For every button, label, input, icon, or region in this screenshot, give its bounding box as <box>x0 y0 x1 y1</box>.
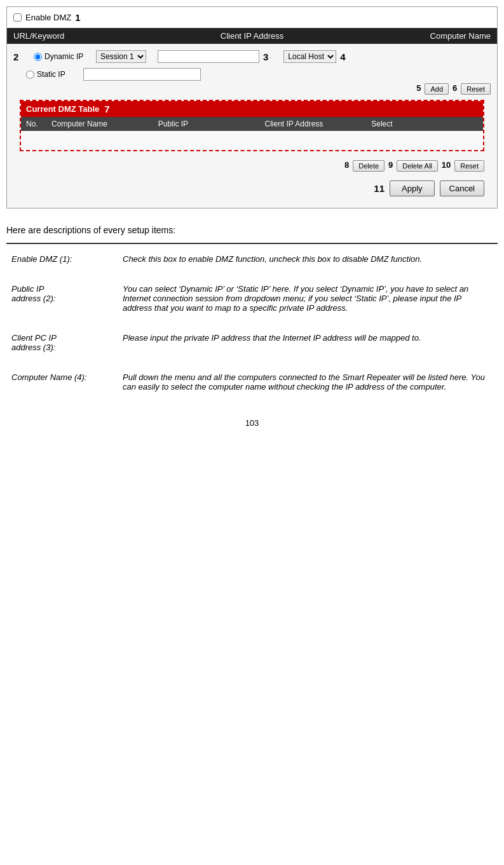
bottom-action-row: 11 Apply Cancel <box>13 175 491 201</box>
static-ip-radio[interactable] <box>26 71 34 79</box>
dmz-col-no: No. <box>26 119 51 128</box>
delete-num: 8 <box>344 160 349 172</box>
form-body: 2 Dynamic IP Session 1 Session 2 Session… <box>7 44 497 208</box>
static-ip-label[interactable]: Static IP <box>26 70 83 79</box>
dmz-table-header: Current DMZ Table 7 <box>21 101 483 117</box>
dmz-col-headers: No. Computer Name Public IP Client IP Ad… <box>21 117 483 131</box>
table-header-row: URL/Keyword Client IP Address Computer N… <box>7 28 497 44</box>
desc-item-1: Enable DMZ (1): Check this box to enable… <box>6 252 498 271</box>
enable-dmz-label: Enable DMZ <box>25 13 71 22</box>
desc-def-2: You can select ‘Dynamic IP’ or ‘Static I… <box>118 282 498 320</box>
section-num-2: 2 <box>13 51 26 62</box>
reset-button-1[interactable]: Reset <box>461 83 491 95</box>
delete-all-num: 9 <box>388 160 393 172</box>
static-ip-input[interactable] <box>83 68 201 81</box>
computer-name-select[interactable]: Local Host Other <box>283 50 336 63</box>
desc-divider <box>6 243 498 244</box>
enable-dmz-num: 1 <box>75 12 80 23</box>
reset-num-1: 6 <box>453 83 457 95</box>
enable-dmz-row: Enable DMZ 1 <box>7 7 497 28</box>
client-ip-input[interactable] <box>158 50 259 63</box>
add-reset-row: 5 Add 6 Reset <box>13 83 491 95</box>
header-url: URL/Keyword <box>13 31 172 41</box>
desc-def-1: Check this box to enable DMZ function, u… <box>118 252 498 271</box>
desc-def-4: Pull down the menu and all the computers… <box>118 370 498 399</box>
page-number: 103 <box>6 418 498 428</box>
reset-button-2[interactable]: Reset <box>454 160 484 172</box>
dmz-col-select: Select <box>371 119 478 128</box>
desc-term-3: Client PC IP address (3): <box>6 330 118 360</box>
desc-term-2: Public IP address (2): <box>6 282 118 320</box>
dmz-table-title: Current DMZ Table <box>26 104 99 114</box>
reset-num-2: 10 <box>442 160 451 172</box>
session-select[interactable]: Session 1 Session 2 Session 3 <box>96 50 146 63</box>
dynamic-ip-label[interactable]: Dynamic IP <box>34 52 91 61</box>
computer-name-num: 4 <box>340 51 345 62</box>
dmz-table-num: 7 <box>104 104 109 114</box>
dmz-form: Enable DMZ 1 URL/Keyword Client IP Addre… <box>6 6 498 208</box>
delete-all-button[interactable]: Delete All <box>397 160 437 172</box>
dmz-col-public-ip: Public IP <box>158 119 265 128</box>
client-ip-num: 3 <box>263 51 268 62</box>
add-num: 5 <box>416 83 421 95</box>
dynamic-ip-radio[interactable] <box>34 53 42 61</box>
delete-button[interactable]: Delete <box>353 160 385 172</box>
add-button[interactable]: Add <box>425 83 449 95</box>
desc-table: Enable DMZ (1): Check this box to enable… <box>6 252 498 399</box>
desc-item-4: Computer Name (4): Pull down the menu an… <box>6 370 498 399</box>
dmz-col-client-ip: Client IP Address <box>265 119 372 128</box>
desc-item-3: Client PC IP address (3): Please input t… <box>6 330 498 360</box>
desc-def-3: Please input the private IP address that… <box>118 330 498 360</box>
dmz-table-section: Current DMZ Table 7 No. Computer Name Pu… <box>20 100 484 151</box>
enable-dmz-checkbox[interactable] <box>13 13 22 22</box>
static-ip-row: Static IP <box>13 68 491 81</box>
dmz-table-body <box>21 131 483 150</box>
header-client-ip: Client IP Address <box>172 31 331 41</box>
dmz-col-computer: Computer Name <box>51 119 158 128</box>
cancel-button[interactable]: Cancel <box>440 180 484 196</box>
desc-intro: Here are descriptions of every setup ite… <box>6 225 498 235</box>
desc-term-4: Computer Name (4): <box>6 370 118 399</box>
description-section: Here are descriptions of every setup ite… <box>6 219 498 405</box>
dynamic-ip-row: 2 Dynamic IP Session 1 Session 2 Session… <box>13 50 491 63</box>
action-num: 11 <box>374 183 385 194</box>
dmz-buttons-row: 8 Delete 9 Delete All 10 Reset <box>13 156 491 175</box>
desc-term-1: Enable DMZ (1): <box>6 252 118 271</box>
header-computer-name: Computer Name <box>332 31 491 41</box>
desc-item-2: Public IP address (2): You can select ‘D… <box>6 282 498 320</box>
apply-button[interactable]: Apply <box>390 180 435 196</box>
